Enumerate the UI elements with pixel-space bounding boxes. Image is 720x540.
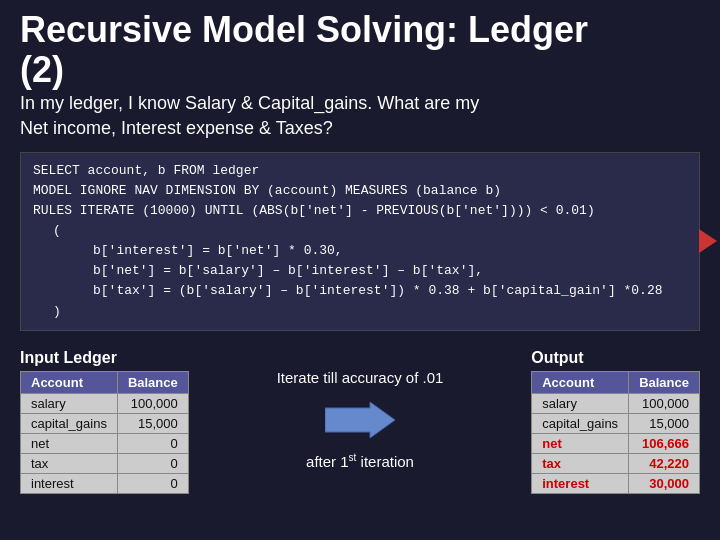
code-arrow [699,229,717,253]
input-row-account: tax [21,453,118,473]
code-line-7: b['tax'] = (b['salary'] – b['interest'])… [33,281,687,301]
output-table: Account Balance salary100,000capital_gai… [531,371,700,494]
input-row-balance: 0 [117,453,188,473]
title: Recursive Model Solving: Ledger (2) [0,0,720,89]
code-line-5: b['interest'] = b['net'] * 0.30, [33,241,687,261]
input-row-account: net [21,433,118,453]
output-ledger-title: Output [531,349,700,367]
middle-section: Iterate till accuracy of .01 after 1st i… [209,349,511,470]
after-text: after 1st iteration [306,452,414,470]
output-row-account: salary [532,393,629,413]
input-row-account: interest [21,473,118,493]
input-ledger: Input Ledger Account Balance salary100,0… [20,349,189,494]
subtitle: In my ledger, I know Salary & Capital_ga… [0,89,720,147]
output-ledger: Output Account Balance salary100,000capi… [531,349,700,494]
code-line-4: ( [33,221,687,241]
output-col-balance: Balance [629,371,700,393]
code-line-6: b['net'] = b['salary'] – b['interest'] –… [33,261,687,281]
input-row-account: capital_gains [21,413,118,433]
output-row-account: capital_gains [532,413,629,433]
output-row-balance: 100,000 [629,393,700,413]
output-row-balance: 30,000 [629,473,700,493]
input-col-account: Account [21,371,118,393]
output-row-balance: 42,220 [629,453,700,473]
input-row-balance: 15,000 [117,413,188,433]
input-row-balance: 0 [117,473,188,493]
input-row-account: salary [21,393,118,413]
bottom-section: Input Ledger Account Balance salary100,0… [0,339,720,504]
title-line2: (2) [20,49,64,90]
title-line1: Recursive Model Solving: Ledger [20,9,588,50]
output-row-balance: 106,666 [629,433,700,453]
code-line-2: MODEL IGNORE NAV DIMENSION BY (account) … [33,181,687,201]
input-row-balance: 100,000 [117,393,188,413]
input-row-balance: 0 [117,433,188,453]
subtitle-line2: Net income, Interest expense & Taxes? [20,118,333,138]
svg-marker-0 [325,402,395,438]
subtitle-line1: In my ledger, I know Salary & Capital_ga… [20,93,479,113]
input-table: Account Balance salary100,000capital_gai… [20,371,189,494]
iterate-arrow [325,400,395,440]
output-col-account: Account [532,371,629,393]
iterate-text: Iterate till accuracy of .01 [277,369,444,386]
input-col-balance: Balance [117,371,188,393]
output-row-account: tax [532,453,629,473]
code-line-8: ) [33,302,687,322]
input-ledger-title: Input Ledger [20,349,189,367]
output-row-account: net [532,433,629,453]
code-line-3: RULES ITERATE (10000) UNTIL (ABS(b['net'… [33,201,687,221]
code-block: SELECT account, b FROM ledger MODEL IGNO… [20,152,700,331]
code-line-1: SELECT account, b FROM ledger [33,161,687,181]
output-row-balance: 15,000 [629,413,700,433]
output-row-account: interest [532,473,629,493]
